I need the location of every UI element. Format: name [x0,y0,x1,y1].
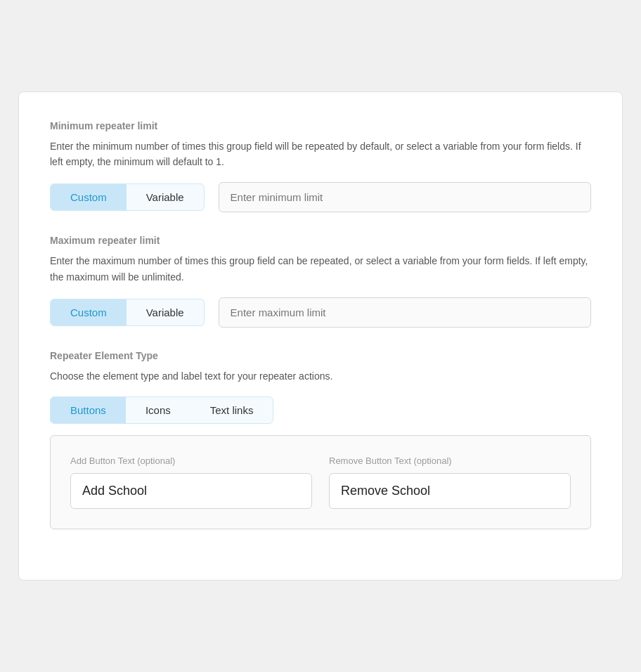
maximum-variable-btn[interactable]: Variable [127,299,204,325]
add-button-col: Add Button Text (optional) [70,455,312,509]
button-text-row: Add Button Text (optional) Remove Button… [70,455,571,509]
element-type-toggle-group: Buttons Icons Text links [50,396,273,424]
maximum-limit-input[interactable] [219,297,591,328]
element-type-title: Repeater Element Type [50,350,591,361]
minimum-repeater-title: Minimum repeater limit [50,120,591,131]
minimum-toggle-group: Custom Variable [50,183,205,211]
text-links-type-btn[interactable]: Text links [190,397,273,423]
remove-button-text-input[interactable] [329,473,571,509]
minimum-limit-input[interactable] [219,182,591,212]
minimum-custom-btn[interactable]: Custom [51,184,127,210]
buttons-type-btn[interactable]: Buttons [51,397,126,423]
minimum-repeater-controls: Custom Variable [50,182,591,212]
button-text-section: Add Button Text (optional) Remove Button… [50,435,591,529]
icons-type-btn[interactable]: Icons [126,397,190,423]
minimum-variable-btn[interactable]: Variable [127,184,204,210]
remove-button-label: Remove Button Text (optional) [329,455,571,466]
settings-card: Minimum repeater limit Enter the minimum… [18,91,623,581]
maximum-custom-btn[interactable]: Custom [51,299,127,325]
remove-button-col: Remove Button Text (optional) [329,455,571,509]
element-type-description: Choose the element type and label text f… [50,368,591,384]
element-type-section: Repeater Element Type Choose the element… [50,350,591,529]
minimum-repeater-section: Minimum repeater limit Enter the minimum… [50,120,591,213]
minimum-repeater-description: Enter the minimum number of times this g… [50,138,591,170]
maximum-repeater-controls: Custom Variable [50,297,591,328]
maximum-toggle-group: Custom Variable [50,299,205,326]
maximum-repeater-section: Maximum repeater limit Enter the maximum… [50,235,591,328]
maximum-repeater-description: Enter the maximum number of times this g… [50,253,591,285]
maximum-repeater-title: Maximum repeater limit [50,235,591,246]
add-button-text-input[interactable] [70,473,312,509]
add-button-label: Add Button Text (optional) [70,455,312,466]
